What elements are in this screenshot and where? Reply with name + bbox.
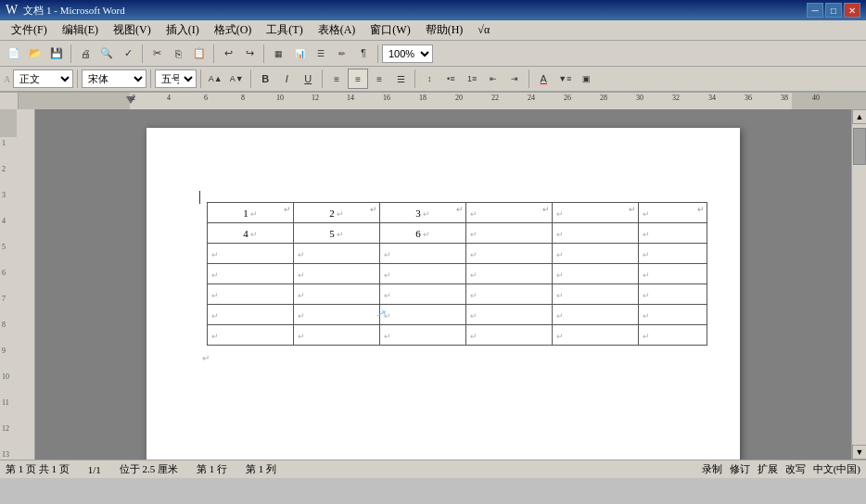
- table-cell-4[interactable]: 4↵: [208, 223, 294, 244]
- table-cell-r3c6[interactable]: ↵: [639, 284, 707, 305]
- menu-table[interactable]: 表格(A): [311, 20, 363, 40]
- table-cell-r3c5[interactable]: ↵: [553, 284, 639, 305]
- indent-increase-button[interactable]: ⇥: [504, 69, 525, 89]
- table-cell-r4c6[interactable]: ↵: [639, 305, 707, 325]
- table-cell-6[interactable]: 6↵: [380, 223, 466, 244]
- table-cell-h5[interactable]: ↵: [553, 203, 639, 223]
- table-cell-r5c4[interactable]: ↵: [466, 325, 553, 346]
- line-spacing-button[interactable]: ↕: [419, 69, 439, 89]
- table-cell-h24[interactable]: ↵: [466, 223, 553, 244]
- table-cell-r4c5[interactable]: ↵: [553, 305, 639, 325]
- table-cell-r2c6[interactable]: ↵: [639, 264, 707, 284]
- maximize-button[interactable]: □: [825, 3, 842, 18]
- table-cell-r5c3[interactable]: ↵: [380, 325, 466, 346]
- scroll-up-button[interactable]: ▲: [852, 109, 866, 124]
- paste-button[interactable]: 📋: [189, 44, 210, 64]
- chart-button[interactable]: 📊: [289, 44, 310, 64]
- increase-font-button[interactable]: A▲: [205, 69, 225, 89]
- borders-button[interactable]: ▣: [576, 69, 596, 89]
- more-format-button[interactable]: ▼≡: [554, 69, 575, 89]
- table-cell-r2c4[interactable]: ↵: [466, 264, 553, 284]
- ruler-mark-8: 10: [276, 94, 284, 102]
- print-button[interactable]: 🖨: [75, 44, 96, 64]
- indent-decrease-button[interactable]: ⇤: [483, 69, 503, 89]
- table-cell-h26[interactable]: ↵: [639, 223, 707, 244]
- menu-format[interactable]: 格式(O): [207, 20, 260, 40]
- menu-edit[interactable]: 编辑(E): [55, 20, 106, 40]
- table-cell-r3c1[interactable]: ↵: [208, 284, 294, 305]
- table-cell-h25[interactable]: ↵: [553, 223, 639, 244]
- font-color-button[interactable]: A: [533, 69, 554, 89]
- table-cell-r4c3[interactable]: ↵: [380, 305, 466, 325]
- table-cell-r1c1[interactable]: ↵: [208, 244, 294, 264]
- table-cell-r4c1[interactable]: ↵: [208, 305, 294, 325]
- table-cell-r2c3[interactable]: ↵: [380, 264, 466, 284]
- vertical-scrollbar[interactable]: ▲ ▼: [851, 109, 866, 460]
- align-right-button[interactable]: ≡: [369, 69, 389, 89]
- table-cell-r5c1[interactable]: ↵: [208, 325, 294, 346]
- close-button[interactable]: ✕: [844, 3, 860, 18]
- justify-button[interactable]: ☰: [390, 69, 411, 89]
- italic-button[interactable]: I: [276, 69, 297, 89]
- menu-help[interactable]: 帮助(H): [418, 20, 471, 40]
- table-cell-r1c5[interactable]: ↵: [553, 244, 639, 264]
- decrease-font-button[interactable]: A▼: [226, 69, 247, 89]
- table-cell-r2c1[interactable]: ↵: [208, 264, 294, 284]
- bullet-button[interactable]: •≡: [440, 69, 461, 89]
- cut-button[interactable]: ✂: [146, 44, 167, 64]
- copy-button[interactable]: ⎘: [168, 44, 188, 64]
- menu-math[interactable]: √α: [470, 21, 497, 39]
- table-cell-h6[interactable]: ↵: [639, 203, 707, 223]
- minimize-button[interactable]: ─: [807, 3, 823, 18]
- table-insert-button[interactable]: ▦: [268, 44, 288, 64]
- table-cell-r5c2[interactable]: ↵: [294, 325, 380, 346]
- menu-file[interactable]: 文件(F): [4, 20, 55, 40]
- table-cell-r3c3[interactable]: ↵: [380, 284, 466, 305]
- table-cell-r1c6[interactable]: ↵: [639, 244, 707, 264]
- table-cell-r2c5[interactable]: ↵: [553, 264, 639, 284]
- table-cell-2[interactable]: 2↵: [294, 203, 380, 223]
- table-cell-r1c2[interactable]: ↵: [294, 244, 380, 264]
- underline-button[interactable]: U: [298, 69, 318, 89]
- table-cell-r4c2[interactable]: ↵ ↗: [294, 305, 380, 325]
- font-select[interactable]: 宋体: [82, 69, 146, 88]
- menu-insert[interactable]: 插入(I): [159, 20, 207, 40]
- columns-button[interactable]: ☰: [311, 44, 331, 64]
- table-cell-r3c2[interactable]: ↵: [294, 284, 380, 305]
- open-button[interactable]: 📂: [25, 44, 45, 64]
- zoom-select[interactable]: 100% 75% 150%: [382, 44, 433, 63]
- table-cell-r5c6[interactable]: ↵: [639, 325, 707, 346]
- show-hide-button[interactable]: ¶: [353, 44, 374, 64]
- redo-button[interactable]: ↪: [239, 44, 260, 64]
- table-cell-r1c4[interactable]: ↵: [466, 244, 553, 264]
- v-mark-8: 8: [2, 321, 6, 329]
- scrollbar-thumb[interactable]: [853, 128, 866, 165]
- bold-button[interactable]: B: [255, 69, 275, 89]
- align-left-button[interactable]: ≡: [326, 69, 347, 89]
- ruler-corner: [0, 93, 19, 109]
- document-scroll-area[interactable]: 1↵ 2↵ 3↵ ↵ ↵ ↵ 4↵ 5↵ 6↵ ↵ ↵ ↵: [35, 109, 851, 460]
- table-cell-1[interactable]: 1↵: [208, 203, 294, 223]
- table-cell-h4[interactable]: ↵: [466, 203, 553, 223]
- table-cell-r1c3[interactable]: ↵: [380, 244, 466, 264]
- undo-button[interactable]: ↩: [218, 44, 238, 64]
- new-button[interactable]: 📄: [4, 44, 24, 64]
- spell-button[interactable]: ✓: [118, 44, 138, 64]
- table-cell-r2c2[interactable]: ↵: [294, 264, 380, 284]
- table-cell-r4c4[interactable]: ↵: [466, 305, 553, 325]
- save-button[interactable]: 💾: [46, 44, 67, 64]
- table-cell-r3c4[interactable]: ↵: [466, 284, 553, 305]
- table-cell-3[interactable]: 3↵: [380, 203, 466, 223]
- menu-window[interactable]: 窗口(W): [363, 20, 417, 40]
- preview-button[interactable]: 🔍: [96, 44, 117, 64]
- menu-view[interactable]: 视图(V): [106, 20, 159, 40]
- table-cell-5[interactable]: 5↵: [294, 223, 380, 244]
- size-select[interactable]: 五号: [155, 69, 197, 88]
- style-select[interactable]: 正文: [13, 69, 73, 88]
- numbering-button[interactable]: 1≡: [462, 69, 482, 89]
- table-cell-r5c5[interactable]: ↵: [553, 325, 639, 346]
- align-center-button[interactable]: ≡: [348, 69, 368, 89]
- drawing-button[interactable]: ✏: [332, 44, 352, 64]
- menu-tools[interactable]: 工具(T): [259, 20, 310, 40]
- scroll-down-button[interactable]: ▼: [852, 445, 866, 460]
